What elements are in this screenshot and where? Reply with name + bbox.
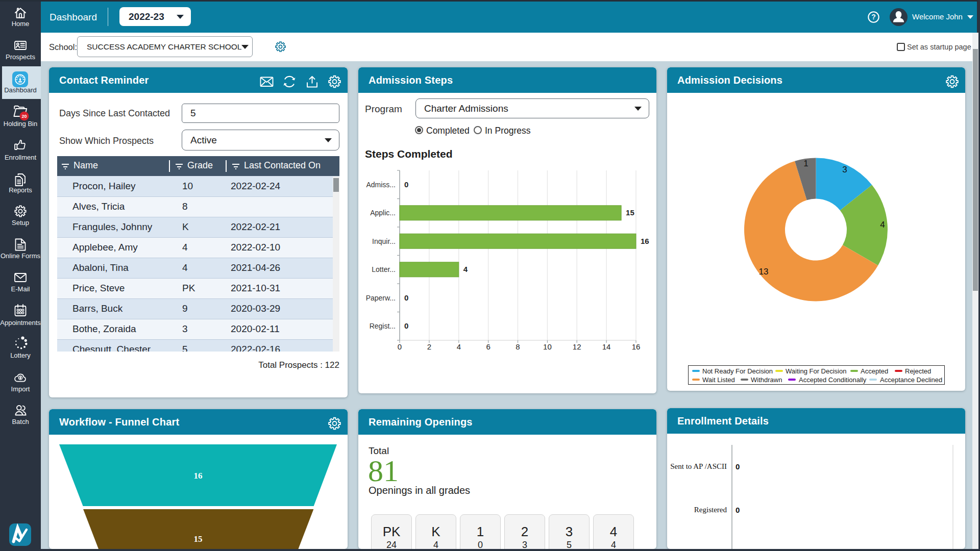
svg-text:Admiss...: Admiss... [366,181,396,189]
svg-text:0: 0 [404,321,408,330]
svg-text:?: ? [871,13,876,21]
svg-text:Sent to AP /ASCII: Sent to AP /ASCII [670,462,727,470]
svg-text:2: 2 [427,342,431,351]
svg-text:Registered: Registered [694,506,727,514]
svg-text:13: 13 [759,267,769,277]
svg-text:8: 8 [516,342,520,351]
svg-text:Regist...: Regist... [370,322,396,330]
svg-text:0: 0 [736,506,740,514]
svg-text:Lotter...: Lotter... [372,265,396,273]
svg-text:0: 0 [398,342,402,351]
svg-text:Inquir...: Inquir... [372,237,396,245]
svg-text:4: 4 [880,220,885,230]
svg-text:12: 12 [573,342,581,351]
svg-text:Paperw...: Paperw... [366,294,396,302]
svg-text:6: 6 [486,342,490,351]
svg-text:0: 0 [404,180,408,189]
svg-text:16: 16 [632,342,641,351]
svg-text:1: 1 [803,159,808,168]
svg-text:4: 4 [463,265,468,273]
svg-text:16: 16 [194,471,203,481]
svg-text:0: 0 [736,462,740,471]
svg-text:3: 3 [842,165,847,174]
svg-text:0: 0 [404,293,408,302]
svg-text:4: 4 [457,342,461,351]
svg-text:14: 14 [602,342,611,351]
svg-text:15: 15 [194,534,203,544]
svg-text:10: 10 [543,342,552,351]
svg-text:16: 16 [641,237,649,245]
svg-text:20: 20 [21,114,27,119]
svg-text:15: 15 [626,208,634,217]
svg-text:Applic...: Applic... [370,209,396,217]
